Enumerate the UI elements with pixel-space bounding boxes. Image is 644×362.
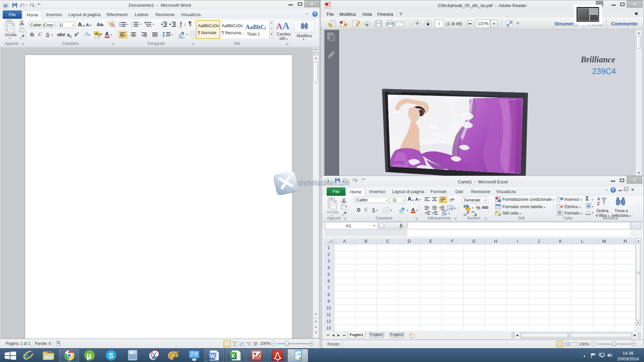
svg-text:13: 13 [326,326,331,330]
svg-text:9: 9 [328,299,330,304]
svg-text:W: W [210,353,216,360]
svg-text:7: 7 [328,286,330,290]
svg-text:ab: ab [95,32,99,35]
svg-text:F: F [451,239,454,244]
svg-text:M: M [602,239,606,244]
svg-text:B: B [365,239,368,244]
svg-text:0: 0 [134,351,135,354]
svg-text:A: A [597,196,600,201]
svg-text:2: 2 [328,252,330,257]
svg-text:xtremehardware.com: xtremehardware.com [297,178,350,187]
svg-text:Z: Z [597,201,600,206]
svg-text:8: 8 [328,292,330,297]
svg-text:S: S [109,351,114,360]
svg-text:4: 4 [328,265,330,270]
svg-text:A: A [343,239,346,244]
svg-text:→a: →a [448,206,452,210]
svg-text:L: L [581,239,583,244]
svg-text:▾: ▾ [101,33,102,36]
svg-text:11: 11 [327,312,331,317]
svg-text:12: 12 [326,319,331,324]
svg-text:ab: ab [449,197,454,202]
svg-text:C: C [386,239,389,244]
svg-text:G: G [472,239,476,244]
svg-text:e: e [23,350,29,361]
svg-text:6: 6 [328,279,330,284]
svg-text:µ: µ [87,351,92,361]
svg-text:E: E [429,239,432,244]
svg-text:X: X [231,353,235,359]
svg-text:Brilliance 23C: Brilliance 23C [389,92,402,94]
svg-text:3: 3 [131,25,133,27]
svg-text:I: I [517,239,518,244]
svg-text:J: J [538,239,540,244]
svg-text:1: 1 [328,245,330,250]
svg-text:5: 5 [328,272,330,277]
svg-text:K: K [559,239,562,244]
svg-text:N: N [624,239,627,244]
svg-text:10: 10 [326,306,331,310]
svg-text:3: 3 [328,259,330,263]
svg-text:D: D [408,239,411,244]
svg-text:H: H [494,239,497,244]
